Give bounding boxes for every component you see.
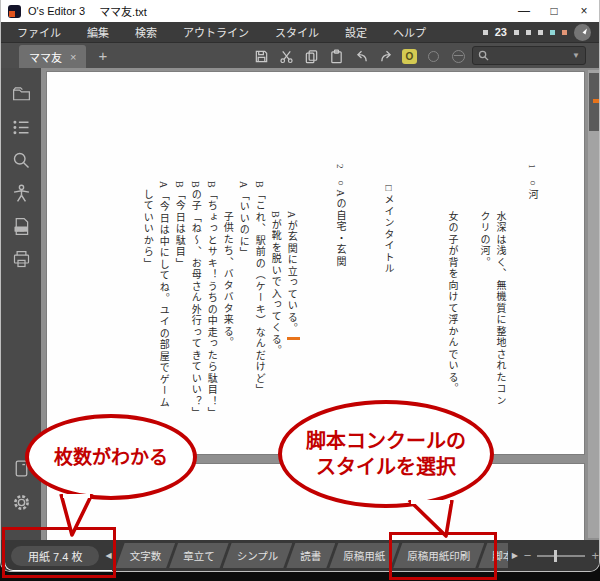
indicator-square xyxy=(514,30,519,35)
bubble-pages-text: 枚数がわかる xyxy=(54,445,168,470)
script-line: していいから」 xyxy=(139,164,155,452)
chevron-down-icon[interactable]: ▼ xyxy=(572,51,580,60)
close-button[interactable]: × xyxy=(569,0,599,22)
settings-gear-icon[interactable] xyxy=(9,490,33,514)
script-line: B「ちょっとサキ！うちの中走ったら駄目！」 xyxy=(203,164,219,452)
sidebar-search-icon[interactable] xyxy=(9,148,33,172)
document-tab[interactable]: ママ友 × xyxy=(19,45,86,68)
file-title: ママ友.txt xyxy=(99,3,147,19)
bubble-pages-tail xyxy=(55,494,97,538)
bubble-style-text-1: 脚本コンクールの xyxy=(306,428,466,454)
search-input[interactable] xyxy=(489,50,572,61)
new-tab-button[interactable]: + xyxy=(98,47,107,64)
gauge-button[interactable] xyxy=(574,24,591,41)
paste-icon[interactable] xyxy=(327,47,345,65)
save-icon[interactable] xyxy=(252,47,270,65)
menu-item[interactable]: 編集 xyxy=(87,24,109,40)
style-tab[interactable]: 読書 xyxy=(286,543,335,568)
script-line: A「今日は中にしてね。ユイの部屋でゲーム xyxy=(155,164,171,452)
script-line xyxy=(460,164,476,452)
script-line: クリの河。 xyxy=(476,164,492,452)
indicator-square-orange xyxy=(562,30,567,35)
tab-close-icon[interactable]: × xyxy=(70,51,76,63)
app-icon xyxy=(8,5,21,18)
script-line: Aが玄関に立っている。 xyxy=(283,164,300,452)
script-line: Bの子「ね～、お母さん外行ってきていい？」 xyxy=(187,164,203,452)
document-tab-label: ママ友 xyxy=(29,49,62,65)
maximize-button[interactable]: □ xyxy=(539,0,569,22)
menu-item[interactable]: 設定 xyxy=(345,24,367,40)
script-line xyxy=(508,164,524,452)
script-line xyxy=(300,164,316,452)
marker-inactive-icon[interactable] xyxy=(424,47,442,65)
script-line: 1○河 xyxy=(524,164,540,452)
indicator-square xyxy=(483,30,488,35)
title-bar: O's Editor 3 ママ友.txt — □ × xyxy=(1,0,599,22)
manuscript-page-1[interactable]: 1○河水深は浅く、無機質に整地されたコンクリの河。女の子が背を向けて浮かんでいる… xyxy=(46,71,585,455)
bubble-style-tail xyxy=(406,500,456,540)
menu-bar: ファイル編集検索アウトラインスタイル設定ヘルプ 23 xyxy=(1,22,599,42)
script-line: 水深は浅く、無機質に整地されたコン xyxy=(492,164,508,452)
zoom-track[interactable] xyxy=(537,555,585,557)
zoom-in-icon[interactable]: + xyxy=(591,548,599,563)
menu-item[interactable]: スタイル xyxy=(275,24,319,40)
print-icon[interactable] xyxy=(9,247,33,271)
menu-item[interactable]: アウトライン xyxy=(183,24,249,40)
indicator-square xyxy=(538,30,543,35)
scrollbar-cursor-marker xyxy=(593,99,600,103)
vertical-scrollbar[interactable] xyxy=(588,70,600,538)
copy-icon[interactable] xyxy=(302,47,320,65)
menu-items: ファイル編集検索アウトラインスタイル設定ヘルプ xyxy=(17,24,452,40)
style-tab[interactable]: シンプル xyxy=(223,543,293,568)
menu-item[interactable]: 検索 xyxy=(135,24,157,40)
menu-item[interactable]: ヘルプ xyxy=(393,24,426,40)
indicator-square xyxy=(526,30,531,35)
outline-list-icon[interactable] xyxy=(9,115,33,139)
marker-active-icon[interactable]: O xyxy=(402,49,417,64)
indicator-square-cyan xyxy=(550,30,555,35)
scene-number: 2 xyxy=(335,164,345,170)
style-tab[interactable]: 章立て xyxy=(169,543,229,568)
pdf-export-icon[interactable]: PDF xyxy=(9,214,33,238)
menu-item[interactable]: ファイル xyxy=(17,24,61,40)
files-icon[interactable] xyxy=(9,82,33,106)
bubble-style-text-2: スタイルを選択 xyxy=(316,454,456,480)
script-line: A「いいのに」 xyxy=(235,164,251,452)
text-cursor-marker xyxy=(287,337,300,340)
tabs-scroll-right-icon[interactable]: ▶ xyxy=(512,551,518,560)
app-title: O's Editor 3 xyxy=(28,5,85,17)
proofread-person-icon[interactable] xyxy=(9,181,33,205)
search-icon xyxy=(478,50,489,61)
counter-value: 23 xyxy=(495,26,507,38)
minimize-button[interactable]: — xyxy=(509,0,539,22)
script-line: Bが靴を脱いで入ってくる。 xyxy=(267,164,283,452)
script-line: 子供たち、バタバタ来る。 xyxy=(219,164,235,452)
zoom-thumb[interactable] xyxy=(554,550,557,562)
annotation-bubble-pages: 枚数がわかる xyxy=(25,414,197,500)
document-tab-bar: ママ友 × + xyxy=(1,42,599,68)
redo-icon[interactable] xyxy=(377,47,395,65)
annotation-bubble-style: 脚本コンクールの スタイルを選択 xyxy=(278,400,494,508)
zoom-out-icon[interactable]: − xyxy=(524,548,532,563)
script-line: B「今日は駄目」 xyxy=(171,164,187,452)
zoom-slider[interactable]: − + xyxy=(524,548,599,563)
undo-icon[interactable] xyxy=(352,47,370,65)
cut-icon[interactable] xyxy=(277,47,295,65)
svg-text:PDF: PDF xyxy=(17,226,26,231)
scene-number: 1 xyxy=(527,164,537,170)
style-tab[interactable]: 文字数 xyxy=(116,543,176,568)
strike-circle-icon[interactable] xyxy=(449,47,467,65)
script-line: B「これ、駅前の（ケーキ）なんだけど」 xyxy=(251,164,267,452)
search-box[interactable]: ▼ xyxy=(472,46,586,65)
